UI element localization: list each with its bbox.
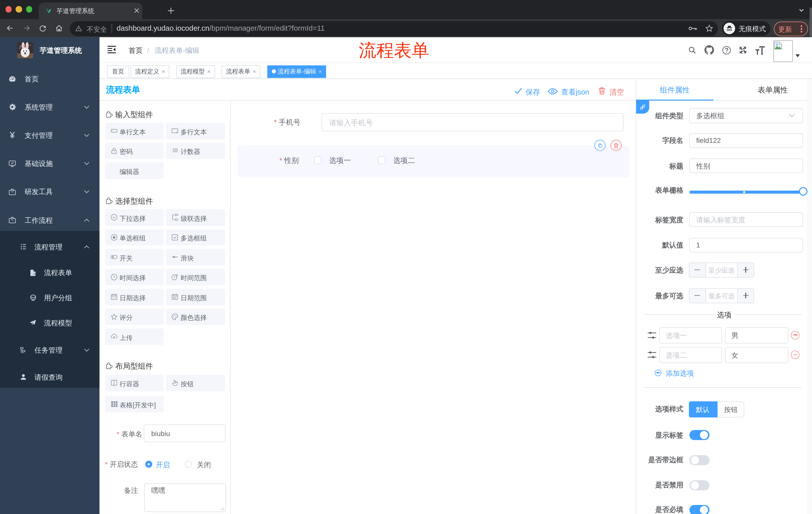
svg-text:123: 123 <box>172 147 178 151</box>
